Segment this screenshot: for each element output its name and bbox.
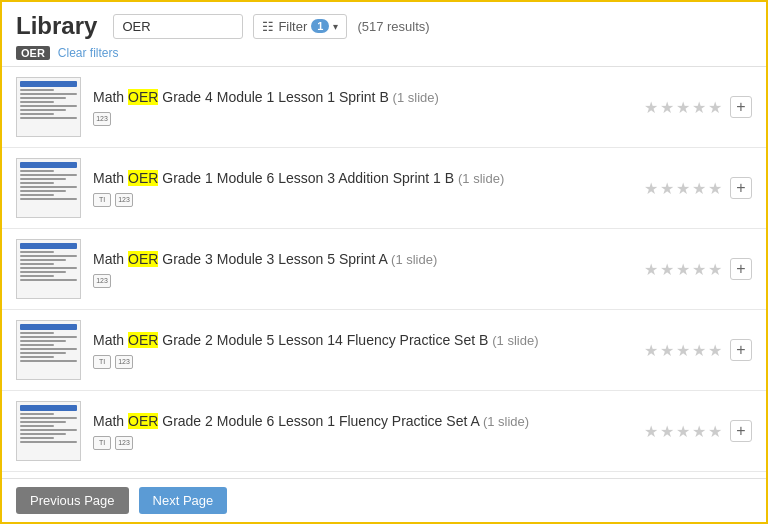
thumbnail: [16, 239, 81, 299]
star-1[interactable]: ★: [644, 341, 658, 360]
star-2[interactable]: ★: [660, 341, 674, 360]
next-page-button[interactable]: Next Page: [139, 487, 228, 514]
slide-count: (1 slide): [391, 252, 437, 267]
oer-highlight: OER: [128, 89, 158, 105]
slide-count: (1 slide): [458, 171, 504, 186]
add-button[interactable]: +: [730, 420, 752, 442]
tag-ti: TI: [93, 436, 111, 450]
item-tags: TI 123: [93, 355, 632, 369]
item-tags: 123: [93, 112, 632, 126]
tag-ti: TI: [93, 355, 111, 369]
star-4[interactable]: ★: [692, 260, 706, 279]
filter-badge: 1: [311, 19, 329, 33]
star-4[interactable]: ★: [692, 422, 706, 441]
item-title: Math OER Grade 4 Module 1 Lesson 1 Sprin…: [93, 88, 632, 108]
item-tags: 123: [93, 274, 632, 288]
star-1[interactable]: ★: [644, 179, 658, 198]
slide-count: (1 slide): [492, 333, 538, 348]
item-title: Math OER Grade 2 Module 6 Lesson 1 Fluen…: [93, 412, 632, 432]
add-button[interactable]: +: [730, 177, 752, 199]
oer-highlight: OER: [128, 332, 158, 348]
search-input[interactable]: [113, 14, 243, 39]
list-item: Math OER Grade 4 Module 1 Lesson 1 Sprin…: [2, 67, 766, 148]
star-2[interactable]: ★: [660, 179, 674, 198]
star-rating[interactable]: ★ ★ ★ ★ ★: [644, 179, 722, 198]
star-3[interactable]: ★: [676, 260, 690, 279]
item-info: Math OER Grade 3 Module 3 Lesson 5 Sprin…: [93, 250, 632, 288]
content-area: Math OER Grade 4 Module 1 Lesson 1 Sprin…: [2, 66, 766, 478]
star-rating[interactable]: ★ ★ ★ ★ ★: [644, 422, 722, 441]
item-title: Math OER Grade 3 Module 3 Lesson 5 Sprin…: [93, 250, 632, 270]
star-2[interactable]: ★: [660, 98, 674, 117]
star-5[interactable]: ★: [708, 260, 722, 279]
star-1[interactable]: ★: [644, 260, 658, 279]
star-rating[interactable]: ★ ★ ★ ★ ★: [644, 260, 722, 279]
item-title: Math OER Grade 1 Module 6 Lesson 3 Addit…: [93, 169, 632, 189]
slide-count: (1 slide): [483, 414, 529, 429]
list-item: Math OER Grade 3 Module 3 Lesson 5 Sprin…: [2, 229, 766, 310]
add-button[interactable]: +: [730, 258, 752, 280]
list-item: Math OER Grade 2 Module 6 Lesson 1 Fluen…: [2, 391, 766, 472]
item-tags: TI 123: [93, 436, 632, 450]
list-item: Math OER Grade 1 Module 6 Lesson 3 Addit…: [2, 148, 766, 229]
oer-highlight: OER: [128, 170, 158, 186]
item-info: Math OER Grade 2 Module 6 Lesson 1 Fluen…: [93, 412, 632, 450]
previous-page-button[interactable]: Previous Page: [16, 487, 129, 514]
filter-button[interactable]: ☷ Filter 1 ▾: [253, 14, 347, 39]
star-5[interactable]: ★: [708, 422, 722, 441]
item-title: Math OER Grade 2 Module 5 Lesson 14 Flue…: [93, 331, 632, 351]
library-window: Library ☷ Filter 1 ▾ (517 results) OER C…: [0, 0, 768, 524]
item-info: Math OER Grade 4 Module 1 Lesson 1 Sprin…: [93, 88, 632, 126]
tag-ti: TI: [93, 193, 111, 207]
star-3[interactable]: ★: [676, 179, 690, 198]
add-button[interactable]: +: [730, 96, 752, 118]
results-count: (517 results): [357, 19, 429, 34]
oer-highlight: OER: [128, 251, 158, 267]
active-filters-bar: OER Clear filters: [2, 46, 766, 66]
star-rating[interactable]: ★ ★ ★ ★ ★: [644, 98, 722, 117]
star-rating[interactable]: ★ ★ ★ ★ ★: [644, 341, 722, 360]
clear-filters-link[interactable]: Clear filters: [58, 46, 119, 60]
item-tags: TI 123: [93, 193, 632, 207]
thumbnail: [16, 77, 81, 137]
slide-count: (1 slide): [393, 90, 439, 105]
item-actions: ★ ★ ★ ★ ★ +: [644, 258, 752, 280]
star-5[interactable]: ★: [708, 341, 722, 360]
star-1[interactable]: ★: [644, 98, 658, 117]
item-actions: ★ ★ ★ ★ ★ +: [644, 96, 752, 118]
star-4[interactable]: ★: [692, 179, 706, 198]
star-1[interactable]: ★: [644, 422, 658, 441]
item-actions: ★ ★ ★ ★ ★ +: [644, 420, 752, 442]
item-info: Math OER Grade 1 Module 6 Lesson 3 Addit…: [93, 169, 632, 207]
star-4[interactable]: ★: [692, 98, 706, 117]
tag-123: 123: [115, 436, 133, 450]
tag-123: 123: [115, 193, 133, 207]
footer: Previous Page Next Page: [2, 478, 766, 522]
item-info: Math OER Grade 2 Module 5 Lesson 14 Flue…: [93, 331, 632, 369]
page-title: Library: [16, 12, 97, 40]
filter-icon: ☷: [262, 19, 274, 34]
tag-123: 123: [115, 355, 133, 369]
star-2[interactable]: ★: [660, 260, 674, 279]
tag-123: 123: [93, 112, 111, 126]
thumbnail: [16, 401, 81, 461]
star-4[interactable]: ★: [692, 341, 706, 360]
tag-123: 123: [93, 274, 111, 288]
star-5[interactable]: ★: [708, 98, 722, 117]
header: Library ☷ Filter 1 ▾ (517 results): [2, 2, 766, 46]
oer-filter-badge: OER: [16, 46, 50, 60]
star-3[interactable]: ★: [676, 98, 690, 117]
results-list: Math OER Grade 4 Module 1 Lesson 1 Sprin…: [2, 67, 766, 478]
filter-label: Filter: [278, 19, 307, 34]
thumbnail: [16, 320, 81, 380]
thumbnail: [16, 158, 81, 218]
chevron-down-icon: ▾: [333, 21, 338, 32]
add-button[interactable]: +: [730, 339, 752, 361]
item-actions: ★ ★ ★ ★ ★ +: [644, 177, 752, 199]
star-3[interactable]: ★: [676, 422, 690, 441]
star-3[interactable]: ★: [676, 341, 690, 360]
oer-highlight: OER: [128, 413, 158, 429]
list-item: Math OER Grade 2 Module 5 Lesson 14 Flue…: [2, 310, 766, 391]
star-2[interactable]: ★: [660, 422, 674, 441]
star-5[interactable]: ★: [708, 179, 722, 198]
